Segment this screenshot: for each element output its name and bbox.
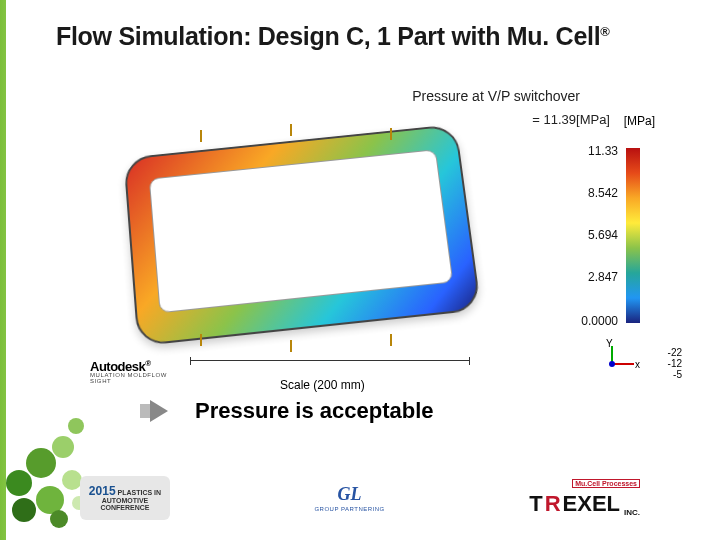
colorbar-tick: 11.33 [588, 144, 618, 158]
molded-part-render [120, 128, 490, 348]
gate-marker-icon [390, 128, 392, 140]
trexel-logo: Mu.Cell Processes TREXELINC. [529, 479, 640, 517]
coord-value: -22 [668, 347, 682, 358]
gate-marker-icon [390, 334, 392, 346]
conclusion-text: Pressure is acceptable [195, 398, 433, 424]
colorbar [626, 148, 640, 323]
colorbar-tick: 8.542 [588, 186, 618, 200]
registered-mark: ® [600, 24, 609, 39]
axis-triad-icon: Y x [604, 342, 640, 372]
gate-marker-icon [290, 124, 292, 136]
scale-bar [190, 360, 470, 378]
chart-unit: [MPa] [624, 114, 655, 128]
chart-subtitle: = 11.39[MPa] [532, 112, 610, 127]
gate-marker-icon [200, 130, 202, 142]
axis-y-label: Y [606, 338, 613, 349]
title-text: Flow Simulation: Design C, 1 Part with M… [56, 22, 600, 50]
gate-marker-icon [200, 334, 202, 346]
coord-value: -5 [668, 369, 682, 380]
slide-title: Flow Simulation: Design C, 1 Part with M… [56, 22, 610, 51]
autodesk-product: MULATION MOLDFLOW SIGHT [90, 372, 167, 384]
coordinate-readout: -22 -12 -5 [668, 347, 682, 380]
gate-marker-icon [290, 340, 292, 352]
axis-x-label: x [635, 359, 640, 370]
part-outer-frame [123, 124, 481, 346]
conference-logo: 2015PLASTICS IN AUTOMOTIVE CONFERENCE [80, 476, 170, 520]
svg-point-2 [609, 361, 615, 367]
gl-logo: GL GROUP PARTNERING [314, 484, 384, 512]
chart-title: Pressure at V/P switchover [412, 88, 580, 104]
part-screen-cutout [149, 149, 453, 313]
colorbar-tick: 0.0000 [581, 314, 618, 328]
coord-value: -12 [668, 358, 682, 369]
colorbar-tick: 5.694 [588, 228, 618, 242]
colorbar-tick: 2.847 [588, 270, 618, 284]
arrow-icon [140, 400, 168, 422]
scale-label: Scale (200 mm) [280, 378, 365, 392]
sponsor-logos: 2015PLASTICS IN AUTOMOTIVE CONFERENCE GL… [80, 468, 640, 528]
slide: Flow Simulation: Design C, 1 Part with M… [0, 0, 720, 540]
simulation-chart: Pressure at V/P switchover = 11.39[MPa] … [90, 78, 680, 378]
